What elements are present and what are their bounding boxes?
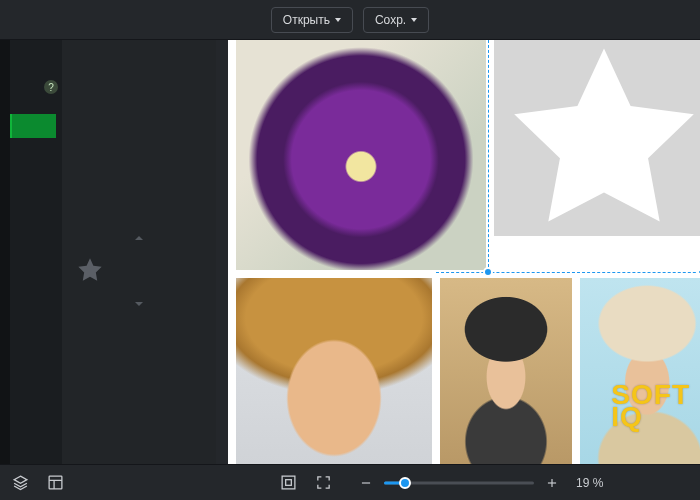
collage-cell-woman-1[interactable] <box>236 278 432 464</box>
woman-smiling-photo <box>236 278 432 464</box>
left-edge-rail <box>0 40 10 464</box>
star-shape-icon <box>499 40 700 236</box>
layers-icon[interactable] <box>12 474 29 491</box>
slider-thumb[interactable] <box>399 477 411 489</box>
layout-icon[interactable] <box>47 474 64 491</box>
zoom-value: 19 % <box>576 476 603 490</box>
top-toolbar: Открыть Сохр. <box>0 0 700 40</box>
svg-rect-3 <box>282 476 295 489</box>
save-button[interactable]: Сохр. <box>363 7 429 33</box>
chevron-down-icon <box>411 18 417 22</box>
flower-photo <box>236 40 486 270</box>
fit-screen-icon[interactable] <box>280 474 297 491</box>
collage-canvas[interactable] <box>228 40 700 464</box>
collage-cell-star-placeholder[interactable] <box>494 40 700 236</box>
svg-rect-0 <box>49 476 62 489</box>
active-mode-indicator[interactable] <box>10 114 56 138</box>
woman-black-hat-photo <box>440 278 572 464</box>
zoom-controls: 19 % <box>358 475 603 491</box>
chevron-down-icon[interactable] <box>135 302 143 306</box>
collage-cell-woman-3[interactable] <box>580 278 700 464</box>
open-button[interactable]: Открыть <box>271 7 353 33</box>
collage-cell-woman-2[interactable] <box>440 278 572 464</box>
status-bar: 19 % <box>0 464 700 500</box>
star-tool-icon[interactable] <box>76 256 104 288</box>
zoom-out-button[interactable] <box>358 475 374 491</box>
selection-handle[interactable] <box>483 267 493 277</box>
tools-panel <box>62 40 216 464</box>
chevron-up-icon[interactable] <box>135 236 143 240</box>
collage-cell-flower[interactable] <box>236 40 486 270</box>
fullscreen-icon[interactable] <box>315 474 332 491</box>
save-label: Сохр. <box>375 13 406 27</box>
selection-edge[interactable] <box>488 40 489 272</box>
canvas-viewport[interactable]: SOFT IQ <box>216 40 700 464</box>
zoom-slider[interactable] <box>384 476 534 490</box>
open-label: Открыть <box>283 13 330 27</box>
svg-rect-4 <box>286 480 292 486</box>
zoom-in-button[interactable] <box>544 475 560 491</box>
help-icon[interactable]: ? <box>44 80 58 94</box>
selection-edge[interactable] <box>436 272 700 273</box>
mode-rail: ? <box>10 40 62 464</box>
woman-straw-hat-photo <box>580 278 700 464</box>
chevron-down-icon <box>335 18 341 22</box>
